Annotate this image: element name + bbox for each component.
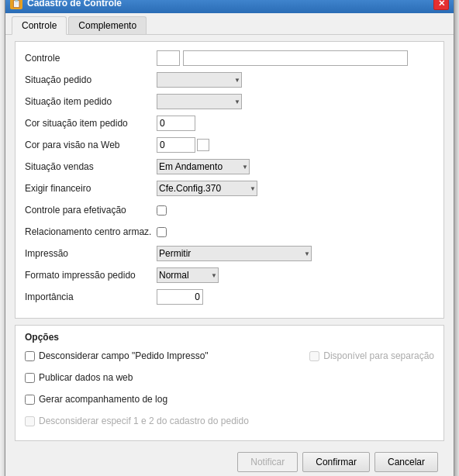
label-gerar-log: Gerar acompanhamento de log: [39, 394, 167, 405]
cancelar-button[interactable]: Cancelar: [374, 452, 438, 472]
options-row2: Publicar dados na web: [25, 369, 434, 386]
option-desconsiderar-pedido: Desconsiderar campo "Pedido Impresso": [25, 350, 209, 361]
option-disponivel-separacao: Disponível para separação: [309, 350, 434, 361]
importancia-row: Importância: [25, 288, 434, 305]
cor-situacao-input[interactable]: [157, 116, 195, 131]
label-desconsiderar-pedido: Desconsiderar campo "Pedido Impresso": [39, 350, 209, 361]
situacao-pedido-select[interactable]: [157, 72, 242, 88]
formato-impressao-wrapper: Normal ▼: [157, 267, 219, 283]
checkbox-publicar[interactable]: [25, 373, 35, 383]
situacao-item-pedido-label: Situação item pedido: [25, 96, 157, 107]
color-preview-box[interactable]: [197, 139, 209, 151]
impressao-select[interactable]: Permitir: [157, 246, 312, 261]
controle-efetivacao-row: Controle para efetivação: [25, 202, 434, 219]
controle-efetivacao-label: Controle para efetivação: [25, 205, 157, 216]
option-desconsiderar-especif: Desconsiderar especif 1 e 2 do cadastro …: [25, 416, 249, 426]
options-row3: Gerar acompanhamento de log: [25, 391, 434, 408]
window-title: Cadastro de Controle: [27, 0, 122, 9]
content-area: Controle Situação pedido ▼ Situação item…: [5, 35, 454, 476]
tab-controle[interactable]: Controle: [12, 16, 67, 35]
controle-efetivacao-checkbox[interactable]: [157, 205, 167, 216]
footer: Notificar Confirmar Cancelar: [15, 447, 444, 476]
options-row4: Desconsiderar especif 1 e 2 do cadastro …: [25, 412, 434, 429]
situacao-vendas-select[interactable]: Em Andamento: [157, 159, 250, 174]
situacao-pedido-label: Situação pedido: [25, 74, 157, 85]
situacao-vendas-row: Situação vendas Em Andamento ▼: [25, 158, 434, 175]
controle-input2[interactable]: [183, 50, 408, 66]
label-publicar: Publicar dados na web: [39, 372, 133, 383]
cor-situacao-row: Cor situação item pedido: [25, 115, 434, 132]
tab-bar: Controle Complemento: [5, 13, 454, 35]
confirmar-button[interactable]: Confirmar: [302, 452, 370, 472]
label-desconsiderar-especif: Desconsiderar especif 1 e 2 do cadastro …: [39, 416, 249, 426]
relacionamento-checkbox[interactable]: [157, 227, 167, 237]
cor-web-input[interactable]: [157, 137, 195, 153]
importancia-input[interactable]: [157, 289, 203, 305]
checkbox-desconsiderar-pedido[interactable]: [25, 351, 35, 361]
tab-complemento[interactable]: Complemento: [68, 16, 147, 34]
controle-input1[interactable]: [157, 50, 180, 66]
options-section: Opções Desconsiderar campo "Pedido Impre…: [15, 325, 444, 441]
situacao-pedido-wrapper: ▼: [157, 72, 242, 88]
situacao-pedido-row: Situação pedido ▼: [25, 71, 434, 88]
formato-impressao-select[interactable]: Normal: [157, 267, 219, 283]
option-publicar: Publicar dados na web: [25, 372, 133, 383]
main-window: 📋 Cadastro de Controle ✕ Controle Comple…: [5, 0, 454, 476]
form-section: Controle Situação pedido ▼ Situação item…: [15, 41, 444, 319]
relacionamento-label: Relacionamento centro armaz.: [25, 226, 157, 237]
options-row1: Desconsiderar campo "Pedido Impresso" Di…: [25, 347, 434, 364]
checkbox-disponivel-separacao[interactable]: [309, 351, 319, 361]
notificar-button[interactable]: Notificar: [237, 452, 298, 472]
situacao-vendas-wrapper: Em Andamento ▼: [157, 159, 250, 174]
checkbox-gerar-log[interactable]: [25, 395, 35, 405]
impressao-wrapper: Permitir ▼: [157, 246, 312, 261]
controle-label: Controle: [25, 53, 157, 64]
options-title: Opções: [25, 332, 434, 343]
situacao-item-pedido-wrapper: ▼: [157, 94, 242, 109]
impressao-row: Impressão Permitir ▼: [25, 245, 434, 262]
exigir-financeiro-label: Exigir financeiro: [25, 183, 157, 194]
situacao-item-pedido-select[interactable]: [157, 94, 242, 109]
formato-impressao-row: Formato impressão pedido Normal ▼: [25, 267, 434, 284]
impressao-label: Impressão: [25, 248, 157, 259]
exigir-financeiro-row: Exigir financeiro Cfe.Config.370 ▼: [25, 180, 434, 197]
cor-web-row: Cor para visão na Web: [25, 136, 434, 153]
exigir-financeiro-select[interactable]: Cfe.Config.370: [157, 181, 257, 196]
importancia-label: Importância: [25, 291, 157, 302]
label-disponivel-separacao: Disponível para separação: [323, 350, 434, 361]
formato-impressao-label: Formato impressão pedido: [25, 270, 157, 281]
controle-row: Controle: [25, 50, 434, 67]
window-icon: 📋: [10, 0, 22, 9]
exigir-financeiro-wrapper: Cfe.Config.370 ▼: [157, 181, 257, 196]
situacao-vendas-label: Situação vendas: [25, 161, 157, 172]
option-gerar-log: Gerar acompanhamento de log: [25, 394, 167, 405]
cor-web-label: Cor para visão na Web: [25, 140, 157, 150]
checkbox-desconsiderar-especif[interactable]: [25, 416, 35, 426]
situacao-item-pedido-row: Situação item pedido ▼: [25, 93, 434, 110]
title-bar-left: 📋 Cadastro de Controle: [10, 0, 122, 9]
close-button[interactable]: ✕: [433, 0, 449, 10]
title-bar: 📋 Cadastro de Controle ✕: [5, 0, 454, 13]
cor-situacao-label: Cor situação item pedido: [25, 118, 157, 129]
relacionamento-row: Relacionamento centro armaz.: [25, 223, 434, 240]
